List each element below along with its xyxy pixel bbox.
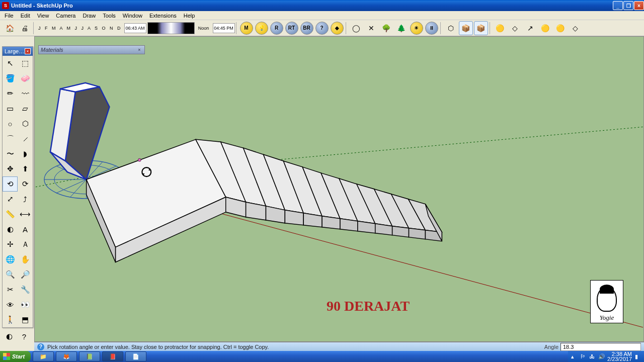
extra-icon-1[interactable]: ◐ [2,332,16,341]
offset-tool[interactable]: ⤴ [18,192,33,207]
paint-tool[interactable]: 🪣 [3,71,18,86]
menu-draw[interactable]: Draw [79,12,99,20]
face-style-button-1[interactable]: 📦 [459,21,473,35]
freehand-tool[interactable]: 〰 [18,86,33,101]
protractor-tool[interactable]: ◐ [3,222,18,237]
tray-clock[interactable]: 2:38 AM 2/23/2017 [607,351,632,361]
pause-button[interactable]: ⏸ [425,22,438,35]
scale-tool[interactable]: ⤢ [3,192,18,207]
face-style-button-2[interactable]: 📦 [474,21,488,35]
round-btn-m[interactable]: M [240,22,253,35]
maximize-button[interactable]: ❐ [623,1,633,10]
viewport[interactable]: 90 DERAJAT Yogie [34,36,644,342]
system-tray[interactable]: ▴ 🏳 🖧 🔊 2:38 AM 2/23/2017 ▮ [568,351,644,362]
tray-showdesktop[interactable]: ▮ [635,353,641,359]
toolpanel-close-icon[interactable]: × [25,48,31,54]
rotate-tool[interactable]: ⟲ [3,176,18,192]
layers-button[interactable]: ✕ [364,21,378,35]
polygon-tool[interactable]: ⬡ [18,116,33,131]
globe-button[interactable]: ◯ [349,21,363,35]
close-button[interactable]: × [634,1,644,10]
style-btn-2[interactable]: ◇ [508,21,522,35]
style-btn-3[interactable]: ↗ [523,21,537,35]
rectangle-tool[interactable]: ▭ [3,101,18,116]
tree-button-1[interactable]: 🌳 [379,21,393,35]
task-app1[interactable]: 📗 [79,351,100,361]
print-button[interactable]: 🖨 [18,21,32,35]
minimize-button[interactable]: _ [613,1,623,10]
menu-window[interactable]: Window [119,12,146,20]
orbit-tool[interactable]: 🌐 [3,252,18,267]
axes-tool[interactable]: ✢ [3,237,18,252]
vcb-input[interactable]: 18.3 [560,343,641,351]
2pt-arc-tool[interactable]: ⟋ [18,131,33,146]
tray-network-icon[interactable]: 🖧 [589,353,595,359]
large-toolset-panel[interactable]: Large T… × ↖ ⬚ 🪣 🧼 ✏ 〰 ▭ ▱ ○ ⬡ ⌒ ⟋ 〜 ◗ ✥… [2,46,33,328]
model-info-button[interactable]: 🏠 [3,21,17,35]
toolpanel-titlebar[interactable]: Large T… × [3,47,33,56]
tree-button-2[interactable]: 🌲 [394,21,409,35]
text-tool[interactable]: A [18,222,33,237]
materials-close-icon[interactable]: × [136,47,142,53]
walk-tool[interactable]: 🚶 [3,312,18,327]
arc-tool[interactable]: ⌒ [3,131,18,146]
menu-camera[interactable]: Camera [52,12,79,20]
style-btn-1[interactable]: 🟡 [493,21,507,35]
iso-button[interactable]: ⬡ [444,21,458,35]
sun-button[interactable]: ☀ [410,22,423,35]
task-explorer[interactable]: 📁 [33,351,54,361]
task-app2[interactable]: 📄 [125,351,146,361]
zoom-tool[interactable]: 🔍 [3,267,18,282]
lookaround-tool[interactable]: 👀 [18,297,33,312]
3dtext-tool[interactable]: Ａ [18,237,33,252]
pushpull-tool[interactable]: ⬆ [18,161,33,176]
tray-volume-icon[interactable]: 🔊 [598,353,604,359]
3pt-arc-tool[interactable]: 〜 [3,146,18,161]
shadow-months[interactable]: J F M A M J J A S O N D [36,26,124,31]
pie-tool[interactable]: ◗ [18,146,33,161]
tray-flag-icon[interactable]: 🏳 [580,353,586,359]
menu-tools[interactable]: Tools [99,12,119,20]
shadow-time-slider[interactable] [147,22,195,34]
toolpanel-title-text: Large T… [5,48,25,54]
menu-view[interactable]: View [34,12,53,20]
followme-tool[interactable]: ⟳ [18,176,33,192]
round-btn-light[interactable]: 💡 [255,22,268,35]
zoomprev-tool[interactable]: ✂ [3,282,18,297]
zoomwin-tool[interactable]: 🔎 [18,267,33,282]
component-tool[interactable]: ⬚ [18,56,33,71]
menu-help[interactable]: Help [180,12,199,20]
task-firefox[interactable]: 🦊 [56,351,77,361]
eraser-tool[interactable]: 🧼 [18,71,33,86]
position-camera-tool[interactable]: 👁 [3,297,18,312]
tape-tool[interactable]: 📏 [3,207,18,222]
circle-tool[interactable]: ○ [3,116,18,131]
task-sketchup[interactable]: 📕 [102,351,123,361]
materials-panel[interactable]: Materials × [38,45,145,54]
style-btn-5[interactable]: 🟡 [553,21,568,35]
menu-extensions[interactable]: Extensions [146,12,180,20]
move-tool[interactable]: ✥ [3,161,18,176]
tray-chevron-icon[interactable]: ▴ [571,353,577,359]
line-tool[interactable]: ✏ [3,86,18,101]
dimension-tool[interactable]: ⟷ [18,207,33,222]
model-canvas[interactable] [35,37,643,341]
pan-tool[interactable]: ✋ [18,252,33,267]
rotated-rect-tool[interactable]: ▱ [18,101,33,116]
menu-file[interactable]: File [1,12,17,20]
round-btn-help[interactable]: ? [315,22,329,35]
extra-icon-2[interactable]: ? [17,332,31,341]
round-btn-tag[interactable]: ◆ [331,22,344,35]
title-bar: S Untitled - SketchUp Pro _ ❐ × [0,0,644,11]
style-btn-4[interactable]: 🟡 [538,21,552,35]
round-btn-rt[interactable]: RT [285,22,298,35]
round-btn-r[interactable]: R [270,22,283,35]
menu-edit[interactable]: Edit [17,12,34,20]
style-btn-6[interactable]: ◇ [569,21,583,35]
round-btn-br[interactable]: BR [300,22,313,35]
start-button[interactable]: Start [0,351,31,362]
vcb-label: Angle [544,344,558,350]
zoomext-tool[interactable]: 🔧 [18,282,33,297]
select-tool[interactable]: ↖ [3,56,18,71]
section-tool[interactable]: ⬒ [18,312,33,327]
